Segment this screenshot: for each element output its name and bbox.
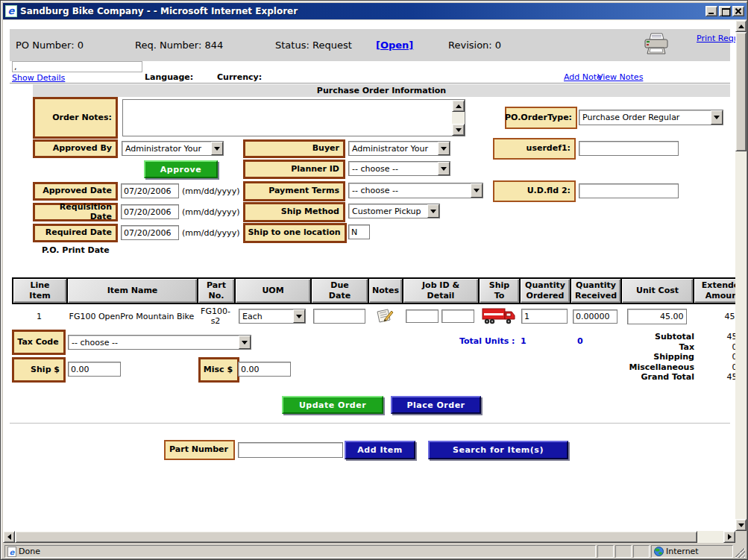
col-unit-cost[interactable]: Unit Cost [622,279,693,303]
scroll-down-icon[interactable] [735,519,747,531]
chevron-down-icon[interactable] [427,204,439,218]
col-job-id[interactable]: Job ID & Detail [403,279,478,303]
po-print-date-label: P.O. Print Date [42,245,110,255]
item-row: 1 FG100 OpenPro Mountain Bike FG100-s2 E… [12,304,735,328]
due-date-input[interactable] [313,309,365,324]
col-uom[interactable]: UOM [236,279,310,303]
date-format-hint: (mm/dd/yyyy) [182,228,239,238]
close-button[interactable] [732,6,744,16]
requisition-date-input[interactable] [121,204,179,219]
col-item-name[interactable]: Item Name [68,279,197,303]
divider [10,83,730,84]
udfld2-input[interactable] [579,183,679,198]
chevron-down-icon[interactable] [438,142,450,155]
scroll-track[interactable] [452,112,465,124]
update-order-button[interactable]: Update Order [282,396,383,414]
status-bar: e Done Internet [3,544,747,559]
textarea-scrollbar[interactable] [452,100,465,136]
payment-terms-label: Payment Terms [243,181,345,201]
status-zone-text: Internet [666,547,699,556]
add-item-button[interactable]: Add Item [345,441,415,459]
col-extended-amount[interactable]: Extended Amount [694,279,735,303]
resize-grip[interactable] [735,548,745,558]
status-panel [633,545,650,558]
ship-one-location-input[interactable] [348,224,370,239]
extended-amount-cell: 45.00 [693,304,735,328]
language-label: Language: [145,72,193,82]
unit-cost-input[interactable] [627,309,687,324]
vertical-scroll-thumb[interactable] [735,32,747,151]
open-link[interactable]: [Open] [376,40,413,51]
revision-text: Revision: 0 [448,40,501,51]
chevron-down-icon[interactable] [471,183,483,198]
scroll-up-icon[interactable] [452,100,465,112]
maximize-button[interactable] [719,6,731,16]
col-notes[interactable]: Notes [369,279,402,303]
col-line-item[interactable]: Line Item [13,279,66,303]
scroll-right-icon[interactable] [723,531,735,543]
approve-button[interactable]: Approve [144,160,218,178]
search-items-button[interactable]: Search for Item(s) [428,441,568,459]
horizontal-scrollbar[interactable] [3,531,735,543]
printer-icon[interactable] [643,32,670,56]
approved-date-input[interactable] [121,183,179,198]
job-id-cell [402,304,478,328]
qty-received-input[interactable] [573,309,617,324]
required-date-label: Required Date [33,224,118,242]
payment-terms-select[interactable]: -- choose -- [348,183,483,198]
minimize-button[interactable] [705,6,717,16]
chevron-down-icon[interactable] [239,336,251,349]
required-date-input[interactable] [121,225,179,240]
print-requisition-link[interactable]: Print Requisition [697,34,735,43]
chevron-down-icon[interactable] [711,110,723,125]
add-note-link[interactable]: Add Note [564,72,602,82]
ship-amount-input[interactable] [68,362,121,377]
col-due-date[interactable]: Due Date [312,279,368,303]
place-order-button[interactable]: Place Order [391,396,481,414]
page-icon: e [7,547,16,557]
chevron-down-icon[interactable] [438,162,450,175]
tax-code-select[interactable]: -- choose -- [68,335,251,350]
status-zone-panel: Internet [651,545,733,558]
ship-to-cell [478,304,519,328]
status-panel [615,545,632,558]
job-detail-input[interactable] [441,309,474,323]
udfld2-label: U.D.fld 2: [493,180,576,202]
chevron-down-icon[interactable] [293,309,305,323]
scroll-left-icon[interactable] [3,531,15,543]
svg-text:e: e [10,548,16,556]
order-notes-input[interactable] [123,100,452,136]
col-qty-ordered[interactable]: Quantity Ordered [521,279,570,303]
col-qty-received[interactable]: Quantity Received [571,279,620,303]
vendor-info-box: , [12,61,142,72]
totals-labels: Subtotal Tax Shipping Miscellaneous Gran… [518,332,694,383]
part-no-cell: FG100-s2 [197,304,234,328]
misc-amount-input[interactable] [238,362,291,377]
scroll-down-icon[interactable] [452,124,465,136]
job-id-input[interactable] [406,309,439,323]
col-ship-to[interactable]: Ship To [480,279,519,303]
chevron-down-icon[interactable] [211,142,223,155]
memo-icon[interactable] [376,309,394,324]
uom-select[interactable]: Each [239,309,306,324]
qty-ordered-input[interactable] [521,309,568,324]
truck-icon[interactable] [482,306,516,326]
page-content: PO Number: 0 Req. Number: 844 Status: Re… [3,20,735,531]
show-details-link[interactable]: Show Details [12,73,65,83]
scroll-up-icon[interactable] [735,20,747,32]
part-number-input[interactable] [238,442,343,458]
buyer-select[interactable]: Administrator Your [348,141,450,156]
userdef1-input[interactable] [579,141,679,156]
vertical-scrollbar[interactable] [735,20,747,531]
userdef1-label: userdef1: [493,138,576,160]
req-number: Req. Number: 844 [135,40,223,51]
planner-id-label: Planner ID [243,160,345,179]
view-notes-link[interactable]: View Notes [597,72,643,82]
order-type-select[interactable]: Purchase Order Regular [579,110,723,125]
section-title: Purchase Order Information [33,84,730,97]
approved-by-select[interactable]: Administrator Your [122,141,224,156]
planner-id-select[interactable]: -- choose -- [348,161,450,176]
ship-method-select[interactable]: Customer Pickup [348,204,440,218]
col-part-no[interactable]: Part No. [198,279,234,303]
horizontal-scroll-thumb[interactable] [15,531,697,543]
